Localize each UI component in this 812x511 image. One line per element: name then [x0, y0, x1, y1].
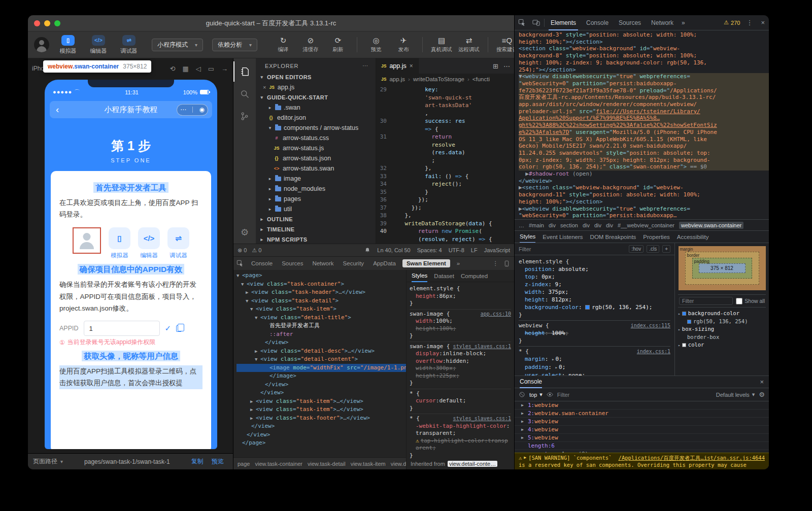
css-property[interactable]: -webkit-tap-highlight-color:transparent;	[410, 423, 511, 437]
user-avatar[interactable]	[34, 37, 49, 52]
computed-property[interactable]: ▸color	[678, 341, 766, 349]
code-line[interactable]: art-tasksData'	[376, 101, 514, 110]
dom-node[interactable]: ▶<view class="task-header">…</view>	[236, 288, 406, 297]
code-line[interactable]: 34 reject();	[376, 180, 514, 188]
tab-app-js[interactable]: JS app.js ×	[376, 58, 419, 74]
phone-tool-编辑器[interactable]: </>编辑器	[138, 227, 160, 259]
html-line[interactable]: ght%22%3A88%2C%22showSetting%22%3Afalse%…	[519, 122, 769, 129]
css-property[interactable]: height:225px;	[410, 372, 511, 380]
styles-subtab-properties[interactable]: Properties	[643, 234, 669, 240]
close-window-button[interactable]	[34, 20, 40, 26]
dom-crumb[interactable]: div	[594, 222, 601, 228]
rule-selector[interactable]: * {	[410, 415, 420, 423]
bell-icon[interactable]	[364, 247, 370, 253]
css-property[interactable]: user-select: none;	[519, 371, 670, 376]
device-icon[interactable]: ▭	[208, 65, 214, 73]
tab-network[interactable]: Network	[308, 260, 338, 266]
tab-console[interactable]: Console	[247, 260, 277, 266]
mode-button-编辑器[interactable]: </>编辑器	[87, 35, 110, 55]
copy-path-button[interactable]: 复制	[191, 457, 204, 466]
styles-subtab-dom-breakpoints[interactable]: DOM Breakpoints	[590, 234, 636, 240]
tab-console[interactable]: Console	[520, 376, 542, 388]
stylesheet-link[interactable]: styles_slaves.css:1	[453, 415, 511, 423]
menu-dots-icon[interactable]: ⋯	[180, 106, 186, 113]
code-line[interactable]: 36 });	[376, 196, 514, 204]
explorer-icon[interactable]	[233, 61, 256, 82]
console-entry[interactable]: ▶3: webview	[515, 418, 769, 426]
search-icon[interactable]	[233, 84, 256, 104]
show-all-checkbox[interactable]	[736, 298, 742, 304]
tree-item-components / arrow-status[interactable]: ▾components / arrow-status	[256, 123, 376, 133]
explorer-more-icon[interactable]: ⋯	[362, 62, 368, 69]
expand-arrow-icon[interactable]: ▸	[555, 365, 558, 370]
html-line[interactable]: app.asar/dist/src/window/renderer/compon…	[519, 101, 769, 108]
close-icon[interactable]: ×	[263, 84, 266, 90]
dom-node[interactable]: ::after	[236, 330, 406, 339]
log-levels-dropdown[interactable]: Default levels▾	[716, 391, 755, 398]
css-property[interactable]: height:100%;	[410, 325, 511, 333]
open-editors-section[interactable]: ▾ OPEN EDITORS	[256, 72, 376, 82]
sound-icon[interactable]: ◁	[196, 65, 201, 73]
code-line[interactable]: 40 return new Promise(	[376, 227, 514, 235]
dom-node[interactable]: ▶<view class="task-footer">…</view>	[236, 414, 406, 423]
dom-crumb[interactable]: #__webview_container	[618, 222, 674, 228]
html-line[interactable]: color: rgb(50, 136, 254);" class="swan-c…	[519, 163, 769, 171]
code-line[interactable]: resolve	[376, 141, 514, 149]
code-line[interactable]: 39 writeDataToStorage(data) {	[376, 220, 514, 228]
styles-filter-input[interactable]	[519, 246, 626, 252]
console-entry[interactable]: ▶1: webview	[515, 401, 769, 410]
problems-warnings[interactable]: ⚠ 0	[252, 247, 261, 254]
toolbar-action-远程调试[interactable]: ⇄远程调试	[456, 36, 482, 53]
html-line[interactable]: OS 11_3 like Mac OS X) AppleWebKit/605.1…	[519, 136, 769, 143]
code-line[interactable]: 32 },	[376, 164, 514, 173]
element-crumb[interactable]: page	[238, 461, 250, 467]
live-expression-eye-icon[interactable]	[547, 391, 553, 398]
css-property[interactable]: cursor:default;	[410, 397, 511, 405]
class-button[interactable]: .cls	[647, 245, 659, 253]
html-line[interactable]: "webSecurity=0" partition="persist:baidu…	[519, 212, 769, 219]
code-line[interactable]: 31 return	[376, 133, 514, 141]
phone-tool-模拟器[interactable]: ▯模拟器	[109, 227, 130, 259]
tree-item-image[interactable]: ▸image	[256, 174, 376, 184]
html-line[interactable]: fe72b36223f6723ef21af3f9a35fae78-0" prel…	[519, 87, 769, 94]
styles-subtab-computed[interactable]: Computed	[461, 273, 488, 279]
rule-selector[interactable]: swan-image {	[410, 311, 450, 318]
dom-node[interactable]: ▼<view class="task-container">	[236, 280, 406, 289]
styles-subtab-styles[interactable]: Styles	[412, 270, 427, 282]
styles-subtab-event-listeners[interactable]: Event Listeners	[543, 234, 583, 240]
dom-node[interactable]: ▼<view class="detail-content">	[236, 355, 406, 364]
computed-property[interactable]: ▸background-color	[678, 310, 766, 318]
dom-node[interactable]: </view>	[236, 431, 406, 439]
expand-arrow-icon[interactable]: ▶	[524, 454, 526, 461]
css-property[interactable]: position: absolute;	[519, 265, 670, 273]
css-property[interactable]: overflow:hidden;	[410, 358, 511, 365]
tree-item-util[interactable]: ▸util	[256, 204, 376, 214]
console-filter-input[interactable]	[557, 392, 712, 398]
html-line[interactable]: height: 100%; z-index: 9; background-col…	[519, 59, 769, 66]
rule-selector[interactable]: element.style {	[519, 258, 569, 265]
problems-errors[interactable]: ⊗ 0	[238, 247, 247, 254]
devtools-kebab-icon[interactable]: ⋮	[493, 260, 499, 267]
html-line[interactable]: 254);"></section>	[519, 66, 769, 74]
sidebar-section-OUTLINE[interactable]: ▸OUTLINE	[256, 214, 376, 224]
expand-arrow-icon[interactable]: ▸	[552, 357, 554, 362]
zoom-window-button[interactable]	[54, 20, 60, 26]
forward-icon[interactable]: →	[221, 65, 228, 73]
css-property[interactable]: z-index: 9;	[519, 281, 670, 288]
appid-input[interactable]	[84, 321, 160, 336]
code-line[interactable]: => {	[376, 125, 514, 133]
html-line[interactable]: 11.24.0.255 swandevtools" style="positio…	[519, 150, 769, 157]
html-line[interactable]: ▶<webview disablewebsecurity="true" webp…	[519, 206, 769, 213]
inspect-icon[interactable]	[233, 260, 247, 267]
sidebar-section-NPM SCRIPTS[interactable]: ▸NPM SCRIPTS	[256, 234, 376, 244]
html-line[interactable]: height: 100%;"></section>	[519, 39, 769, 46]
context-selector[interactable]: top▾	[529, 391, 543, 398]
device-toolbar-icon[interactable]	[529, 19, 543, 26]
console-entry[interactable]: length: 6	[515, 442, 769, 450]
tree-item-arrow-status.js[interactable]: JSarrow-status.js	[256, 143, 376, 153]
dom-node[interactable]: ▶<view class="task-item">…</view>	[236, 405, 406, 414]
code-area[interactable]: 29 key: 'swan-quick-st art-tasksData' ,3…	[376, 85, 514, 243]
toolbar-action-预览[interactable]: ◎预览	[363, 36, 389, 53]
tree-item-node_modules[interactable]: ▸node_modules	[256, 184, 376, 194]
html-line[interactable]: background-3" style="position: absolute;…	[519, 31, 769, 39]
